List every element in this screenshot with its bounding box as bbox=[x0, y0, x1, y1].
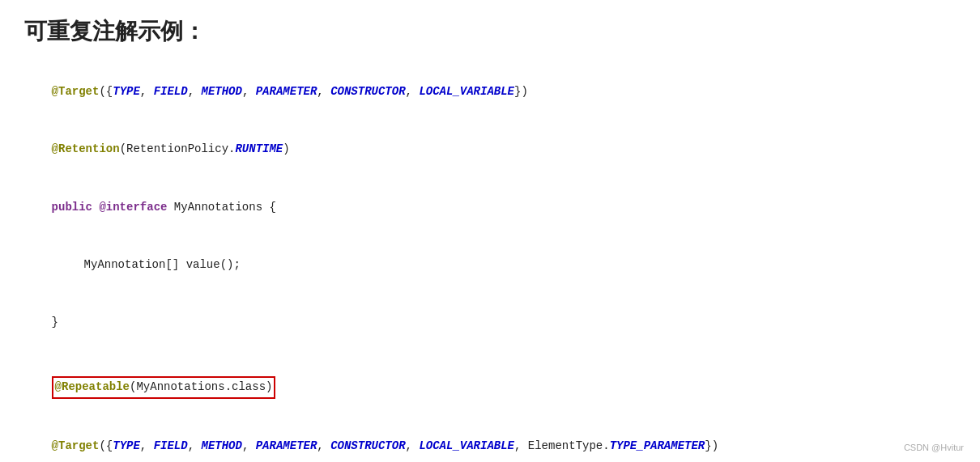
watermark: CSDN @Hvitur bbox=[904, 443, 964, 452]
code-line-3: public @interface MyAnnotations { bbox=[24, 179, 956, 236]
code-line-5: } bbox=[24, 295, 956, 352]
code-area: @Target({TYPE, FIELD, METHOD, PARAMETER,… bbox=[24, 63, 956, 462]
page-title: 可重复注解示例： bbox=[24, 16, 956, 47]
code-line-repeatable: @Repeatable(MyAnnotations.class) bbox=[24, 357, 956, 417]
code-line-4: MyAnnotation[] value(); bbox=[24, 236, 956, 294]
code-line-1: @Target({TYPE, FIELD, METHOD, PARAMETER,… bbox=[24, 63, 956, 121]
code-line-target2: @Target({TYPE, FIELD, METHOD, PARAMETER,… bbox=[24, 417, 956, 462]
code-line-2: @Retention(RetentionPolicy.RUNTIME) bbox=[24, 121, 956, 178]
